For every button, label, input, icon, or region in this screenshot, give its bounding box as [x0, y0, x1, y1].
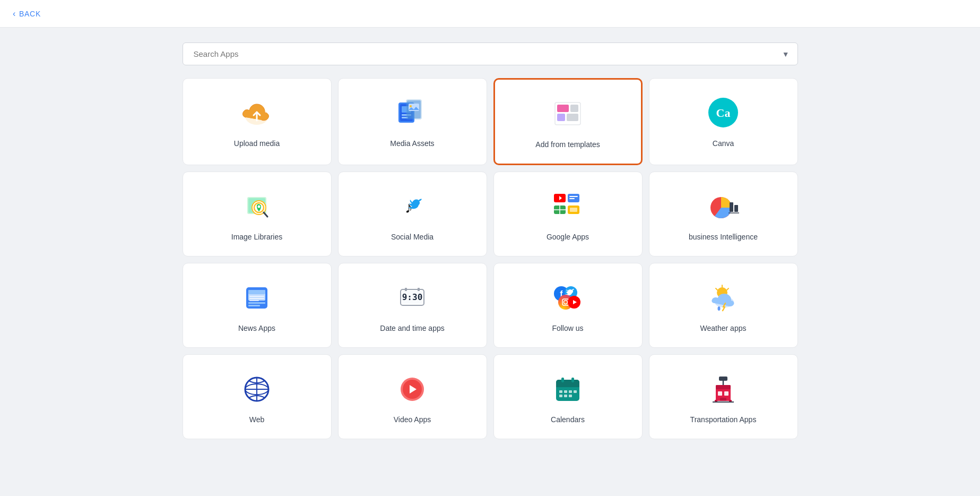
svg-rect-36	[734, 205, 738, 212]
app-label-image-libraries: Image Libraries	[231, 233, 283, 241]
app-card-business-intelligence[interactable]: business Intelligence	[649, 172, 798, 256]
svg-line-63	[716, 288, 717, 290]
svg-text:9:30: 9:30	[402, 292, 423, 302]
app-label-business-intelligence: business Intelligence	[689, 233, 758, 241]
app-label-date-time-apps: Date and time apps	[380, 324, 444, 332]
app-card-web[interactable]: Web	[183, 354, 332, 439]
social-media-icon: ♪	[395, 189, 429, 223]
svg-rect-42	[248, 305, 260, 306]
svg-rect-33	[570, 208, 577, 212]
app-label-social-media: Social Media	[391, 233, 433, 241]
svg-point-22	[258, 205, 261, 208]
svg-line-62	[727, 288, 729, 290]
svg-rect-43	[249, 296, 264, 297]
app-card-transportation-apps[interactable]: Transportation Apps	[649, 354, 798, 439]
app-label-canva: Canva	[713, 139, 734, 148]
app-card-add-from-templates[interactable]: Add from templates	[493, 78, 643, 165]
svg-rect-89	[720, 398, 726, 401]
header-bar: ‹ BACK	[0, 0, 980, 28]
back-label: BACK	[19, 10, 41, 18]
calendars-icon	[551, 372, 585, 406]
svg-rect-49	[405, 288, 407, 291]
app-card-upload-media[interactable]: Upload media	[183, 78, 332, 165]
svg-text:Ca: Ca	[716, 106, 731, 119]
svg-rect-28	[569, 198, 575, 199]
svg-rect-27	[569, 196, 578, 197]
svg-rect-93	[719, 377, 727, 381]
media-assets-icon	[395, 96, 429, 130]
apps-grid: Upload media Media Assets Add from templ…	[183, 78, 798, 439]
svg-rect-87	[718, 391, 722, 396]
app-card-weather-apps[interactable]: Weather apps	[649, 263, 798, 348]
svg-rect-77	[571, 378, 574, 382]
transportation-icon	[706, 372, 740, 406]
svg-rect-79	[564, 390, 567, 393]
follow-us-icon: f	[551, 280, 585, 314]
app-label-google-apps: Google Apps	[547, 233, 589, 241]
svg-rect-86	[716, 385, 731, 389]
app-card-video-apps[interactable]: Video Apps	[338, 354, 487, 439]
search-input[interactable]	[183, 42, 798, 65]
chevron-left-icon: ‹	[13, 9, 16, 19]
app-card-google-apps[interactable]: Google Apps	[493, 172, 643, 256]
svg-rect-35	[730, 202, 733, 212]
canva-icon: Ca	[706, 96, 740, 130]
svg-rect-13	[557, 114, 565, 121]
app-card-image-libraries[interactable]: Image Libraries	[183, 172, 332, 256]
app-label-follow-us: Follow us	[552, 324, 583, 332]
templates-icon	[551, 97, 585, 131]
video-icon	[395, 372, 429, 406]
main-content: ▼ Upload media Media Assets	[119, 28, 862, 454]
weather-icon	[706, 280, 740, 314]
svg-rect-50	[418, 288, 420, 291]
search-wrapper: ▼	[183, 42, 798, 65]
svg-rect-88	[724, 391, 729, 396]
app-card-follow-us[interactable]: f Follow us	[493, 263, 643, 348]
svg-rect-11	[557, 105, 569, 112]
svg-rect-82	[559, 395, 562, 397]
svg-point-9	[410, 105, 412, 107]
app-label-add-from-templates: Add from templates	[535, 140, 600, 149]
app-label-news-apps: News Apps	[238, 324, 275, 332]
app-card-media-assets[interactable]: Media Assets	[338, 78, 487, 165]
svg-rect-76	[561, 378, 564, 382]
back-button[interactable]: ‹ BACK	[13, 9, 41, 19]
svg-rect-44	[249, 298, 264, 299]
app-label-video-apps: Video Apps	[394, 415, 431, 424]
app-label-calendars: Calendars	[551, 415, 585, 424]
svg-rect-81	[574, 390, 577, 393]
svg-rect-84	[569, 395, 572, 397]
news-apps-icon	[240, 280, 274, 314]
svg-rect-80	[569, 390, 572, 393]
business-intelligence-icon	[706, 189, 740, 223]
app-label-weather-apps: Weather apps	[700, 324, 747, 332]
app-card-social-media[interactable]: ♪ Social Media	[338, 172, 487, 256]
svg-rect-83	[564, 395, 567, 397]
app-label-transportation-apps: Transportation Apps	[690, 415, 757, 424]
svg-rect-78	[559, 390, 562, 393]
svg-rect-14	[567, 114, 578, 121]
image-libraries-icon	[240, 189, 274, 223]
app-label-upload-media: Upload media	[234, 139, 280, 148]
google-apps-icon	[551, 189, 585, 223]
app-card-news-apps[interactable]: News Apps	[183, 263, 332, 348]
date-time-icon: 9:30	[395, 280, 429, 314]
svg-rect-75	[556, 385, 579, 387]
svg-rect-40	[248, 290, 265, 294]
svg-rect-41	[248, 302, 265, 304]
app-label-media-assets: Media Assets	[390, 139, 434, 148]
svg-rect-12	[570, 105, 578, 112]
app-card-canva[interactable]: Ca Canva	[649, 78, 798, 165]
app-card-date-time-apps[interactable]: 9:30 Date and time apps	[338, 263, 487, 348]
svg-point-65	[718, 306, 721, 311]
svg-rect-45	[249, 300, 259, 301]
upload-cloud-icon	[240, 96, 274, 130]
app-label-web: Web	[249, 415, 265, 424]
app-card-calendars[interactable]: Calendars	[493, 354, 643, 439]
web-icon	[240, 372, 274, 406]
